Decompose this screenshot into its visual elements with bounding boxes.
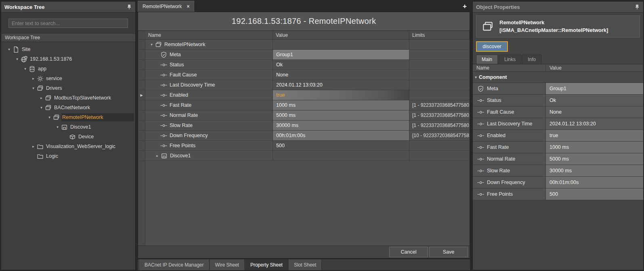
row-gutter[interactable] xyxy=(138,151,145,161)
add-tab-button[interactable]: + xyxy=(463,1,467,12)
property-name: Free Points xyxy=(170,143,195,148)
table-row-selected[interactable]: ▶ Enabled true xyxy=(138,90,470,100)
tab-wire-sheet[interactable]: Wire Sheet xyxy=(210,259,245,270)
chevron-down-icon[interactable]: ▾ xyxy=(38,106,44,110)
table-row[interactable]: Slow Rate 30000 ms [1 - 9223372036854775… xyxy=(138,121,470,131)
tab-property-sheet[interactable]: Property Sheet xyxy=(245,259,288,270)
tree-item-discove1[interactable]: ▾ Discove1 xyxy=(1,122,135,132)
table-row[interactable]: Fast Rate 1000 ms [1 - 92233720368547758… xyxy=(138,100,470,110)
tree-item-device[interactable]: Device xyxy=(1,132,135,142)
chevron-down-icon[interactable]: ▾ xyxy=(149,42,155,47)
table-row[interactable]: Normal Rate 5000 ms [1 - 922337203685477… xyxy=(138,110,470,121)
row-gutter[interactable]: ▶ xyxy=(138,90,145,100)
gutter-filler xyxy=(138,161,145,246)
tree-item-label: service xyxy=(45,74,65,83)
property-value: Ok xyxy=(273,60,409,70)
object-property-row[interactable]: Fast Rate 1000 ms xyxy=(473,142,643,153)
chevron-right-icon[interactable]: ▸ xyxy=(154,154,160,158)
row-gutter[interactable] xyxy=(138,100,145,110)
tree-item-visualization-webserver-logic[interactable]: ▸ Visualization_WebServer_logic xyxy=(1,142,135,151)
property-value[interactable]: Group1 xyxy=(546,83,643,94)
object-property-row[interactable]: Meta Group1 xyxy=(473,83,643,95)
chevron-down-icon[interactable]: ▾ xyxy=(30,86,36,90)
row-gutter[interactable] xyxy=(138,40,145,49)
property-value[interactable]: 00h:01m:00s xyxy=(546,177,643,188)
object-property-row[interactable]: Free Points 500 xyxy=(473,188,643,200)
tree-item-site[interactable]: ▾ Site xyxy=(1,44,135,54)
table-row[interactable]: ▾RemoteIPNetwork xyxy=(138,40,470,50)
object-property-row[interactable]: Status Ok xyxy=(473,95,643,106)
table-row[interactable]: ▸Discove1 xyxy=(138,151,470,161)
tree-item-bacnetnetwork[interactable]: ▾ BACnetNetwork xyxy=(1,103,135,112)
chevron-down-icon[interactable]: ▾ xyxy=(46,115,52,119)
property-name: Status xyxy=(170,62,184,68)
tab-bacnet-ip-device-manager[interactable]: BACnet IP Device Manager xyxy=(139,259,210,270)
tree-item-service[interactable]: ▸ service xyxy=(1,74,135,83)
tab-info[interactable]: Info xyxy=(522,55,541,64)
tree-item-app[interactable]: ▾ app xyxy=(1,64,135,74)
tab-links[interactable]: Links xyxy=(499,55,521,64)
property-value[interactable]: 5000 ms xyxy=(546,153,643,165)
table-row[interactable]: Down Frequency 00h:01m:00s [10 - 9223372… xyxy=(138,131,470,141)
save-button[interactable]: Save xyxy=(429,247,468,257)
property-name: Fault Cause xyxy=(487,109,514,115)
tree-item-modbustcpslavenetwork[interactable]: ▸ ModbusTcpSlaveNetwork xyxy=(1,93,135,103)
tree-item-remoteipnetwork[interactable]: ▾ RemoteIPNetwork xyxy=(1,112,135,122)
tree-item-drivers[interactable]: ▾ Drivers xyxy=(1,83,135,93)
object-property-row[interactable]: Fault Cause None xyxy=(473,106,643,118)
tab-remoteipnetwork[interactable]: RemoteIPNetwork × xyxy=(138,1,194,12)
chevron-right-icon[interactable]: ▸ xyxy=(38,96,44,100)
gear-icon xyxy=(37,75,44,82)
property-value[interactable]: 500 xyxy=(546,188,643,200)
tree-item-label: BACnetNetwork xyxy=(53,104,92,112)
property-value[interactable]: 5000 ms xyxy=(273,110,409,120)
table-row[interactable]: Last Discovery Time 2024.01.12 13:03:20 xyxy=(138,80,470,90)
object-property-row[interactable]: Normal Rate 5000 ms xyxy=(473,153,643,165)
property-value[interactable]: true xyxy=(273,90,409,100)
row-gutter[interactable] xyxy=(138,110,145,120)
chevron-down-icon[interactable]: ▾ xyxy=(473,75,479,79)
tab-main[interactable]: Main xyxy=(476,55,498,64)
pin-icon[interactable] xyxy=(126,4,132,10)
property-value[interactable]: 500 xyxy=(273,141,409,150)
property-limits xyxy=(409,60,470,70)
property-value[interactable]: 1000 ms xyxy=(546,142,643,153)
table-row[interactable]: Free Points 500 xyxy=(138,141,470,151)
chevron-down-icon[interactable]: ▾ xyxy=(14,57,20,61)
chevron-down-icon[interactable]: ▾ xyxy=(55,125,61,129)
chevron-right-icon[interactable]: ▸ xyxy=(30,76,36,80)
property-limits: [1 - 922337203685477580... xyxy=(409,110,470,120)
search-input[interactable] xyxy=(8,19,128,28)
object-property-row[interactable]: Enabled true xyxy=(473,130,643,142)
row-gutter[interactable] xyxy=(138,141,145,150)
row-gutter[interactable] xyxy=(138,131,145,140)
row-gutter[interactable] xyxy=(138,50,145,59)
row-gutter[interactable] xyxy=(138,121,145,130)
property-value[interactable]: Group1 xyxy=(273,50,409,59)
pin-icon[interactable] xyxy=(634,4,640,10)
chevron-down-icon[interactable]: ▾ xyxy=(22,67,28,71)
row-gutter[interactable] xyxy=(138,60,145,70)
property-value[interactable]: 00h:01m:00s xyxy=(273,131,409,140)
table-row[interactable]: Fault Cause None xyxy=(138,70,470,80)
property-value[interactable]: 30000 ms xyxy=(546,165,643,176)
discover-button[interactable]: discover xyxy=(476,41,508,52)
tree-item-logic[interactable]: Logic xyxy=(1,151,135,161)
group-row-component[interactable]: ▾ Component xyxy=(473,72,643,83)
table-row[interactable]: Status Ok xyxy=(138,60,470,70)
cancel-button[interactable]: Cancel xyxy=(389,247,428,257)
object-property-row[interactable]: Slow Rate 30000 ms xyxy=(473,165,643,177)
object-property-row[interactable]: Down Frequency 00h:01m:00s xyxy=(473,177,643,188)
tab-slot-sheet[interactable]: Slot Sheet xyxy=(289,259,322,270)
row-gutter[interactable] xyxy=(138,80,145,90)
chevron-right-icon[interactable]: ▸ xyxy=(30,144,36,148)
row-gutter[interactable] xyxy=(138,70,145,80)
close-icon[interactable]: × xyxy=(187,4,189,9)
tree-item-controller[interactable]: ▾ 192.168.1.53:1876 xyxy=(1,54,135,64)
property-value[interactable]: 30000 ms xyxy=(273,121,409,130)
object-property-row[interactable]: Last Discovery Time 2024.01.12 13:03:20 xyxy=(473,118,643,130)
property-value[interactable]: true xyxy=(546,130,643,141)
table-row[interactable]: Meta Group1 xyxy=(138,50,470,60)
chevron-down-icon[interactable]: ▾ xyxy=(6,47,12,51)
property-value[interactable]: 1000 ms xyxy=(273,100,409,110)
